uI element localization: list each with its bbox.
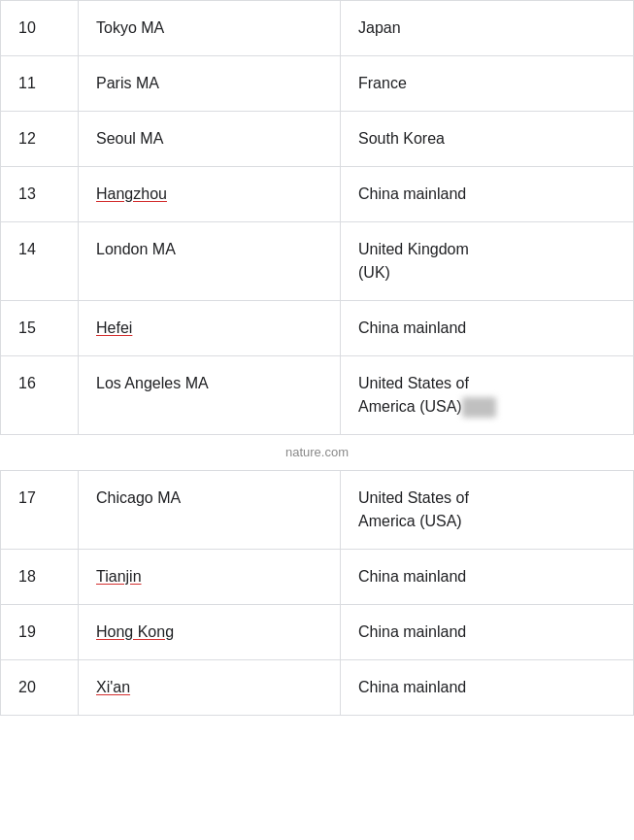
city-cell: Hangzhou — [79, 167, 341, 222]
country-cell: China mainland — [341, 659, 634, 715]
city-link[interactable]: Hefei — [96, 319, 132, 336]
country-cell: Japan — [341, 1, 634, 56]
table-row: 16 Los Angeles MA United States ofAmeric… — [1, 356, 634, 435]
country-cell: United States ofAmerica (USA) — [341, 356, 634, 435]
table-row: 15 Hefei China mainland — [1, 301, 634, 356]
city-cell: Chicago MA — [79, 470, 341, 549]
table-row: 19 Hong Kong China mainland — [1, 604, 634, 659]
watermark-text: nature.com — [1, 435, 634, 471]
table-row: 13 Hangzhou China mainland — [1, 167, 634, 222]
city-cell: Tokyo MA — [79, 1, 341, 56]
city-link[interactable]: Xi'an — [96, 679, 130, 695]
country-cell: United States ofAmerica (USA) — [341, 470, 634, 549]
rank-cell: 13 — [1, 167, 79, 222]
rank-cell: 16 — [1, 356, 79, 435]
blurred-content — [462, 397, 496, 418]
country-cell: United Kingdom(UK) — [341, 222, 634, 301]
rank-cell: 10 — [1, 1, 79, 56]
watermark-row: nature.com — [1, 435, 634, 471]
table-row: 18 Tianjin China mainland — [1, 549, 634, 604]
city-cell: Tianjin — [79, 549, 341, 604]
rank-cell: 11 — [1, 56, 79, 112]
table-row: 12 Seoul MA South Korea — [1, 112, 634, 167]
country-cell: China mainland — [341, 604, 634, 659]
city-cell: London MA — [79, 222, 341, 301]
city-cell: Hefei — [79, 301, 341, 356]
rank-cell: 20 — [1, 659, 79, 715]
country-cell: China mainland — [341, 301, 634, 356]
rank-cell: 19 — [1, 604, 79, 659]
rank-cell: 15 — [1, 301, 79, 356]
rankings-table: 10 Tokyo MA Japan 11 Paris MA France 12 … — [0, 0, 634, 716]
rank-cell: 17 — [1, 470, 79, 549]
city-cell: Paris MA — [79, 56, 341, 112]
country-cell: China mainland — [341, 167, 634, 222]
country-cell: South Korea — [341, 112, 634, 167]
rank-cell: 14 — [1, 222, 79, 301]
city-cell: Los Angeles MA — [79, 356, 341, 435]
table-row: 17 Chicago MA United States ofAmerica (U… — [1, 470, 634, 549]
city-link[interactable]: Tianjin — [96, 568, 142, 585]
city-cell: Hong Kong — [79, 604, 341, 659]
country-cell: China mainland — [341, 549, 634, 604]
table-row: 20 Xi'an China mainland — [1, 659, 634, 715]
rank-cell: 12 — [1, 112, 79, 167]
rank-cell: 18 — [1, 549, 79, 604]
city-link[interactable]: Hong Kong — [96, 623, 174, 640]
country-cell: France — [341, 56, 634, 112]
table-row: 11 Paris MA France — [1, 56, 634, 112]
city-cell: Xi'an — [79, 659, 341, 715]
table-row: 14 London MA United Kingdom(UK) — [1, 222, 634, 301]
city-cell: Seoul MA — [79, 112, 341, 167]
table-row: 10 Tokyo MA Japan — [1, 1, 634, 56]
rankings-table-container: 10 Tokyo MA Japan 11 Paris MA France 12 … — [0, 0, 634, 716]
city-link[interactable]: Hangzhou — [96, 185, 167, 202]
